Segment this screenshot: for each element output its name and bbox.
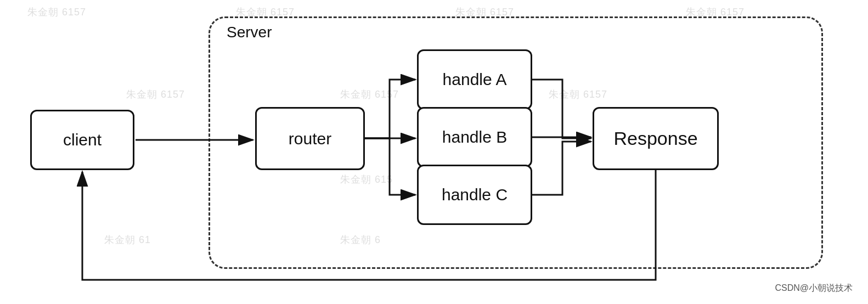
arrow-router-handleC: [365, 138, 415, 195]
diagram-container: 朱金朝 6157 朱金朝 6157 朱金朝 6157 朱金朝 6157 朱金朝 …: [0, 0, 868, 304]
arrow-response-client: [82, 170, 656, 280]
arrow-handleA-response: [532, 80, 591, 138]
attribution: CSDN@小朝说技术: [775, 283, 853, 294]
arrow-router-handleA: [365, 80, 415, 138]
arrows-svg: [0, 0, 868, 304]
arrow-handleC-response: [532, 142, 591, 195]
